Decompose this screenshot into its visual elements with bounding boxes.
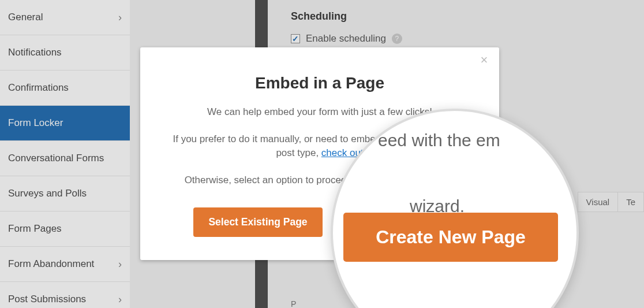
create-new-page-button[interactable]: Create New Page xyxy=(343,213,558,262)
close-icon[interactable]: × xyxy=(477,53,491,67)
zoom-text-fragment: eed with the em xyxy=(378,131,500,150)
select-existing-page-button[interactable]: Select Existing Page xyxy=(193,207,322,237)
modal-title: Embed in a Page xyxy=(166,74,474,92)
